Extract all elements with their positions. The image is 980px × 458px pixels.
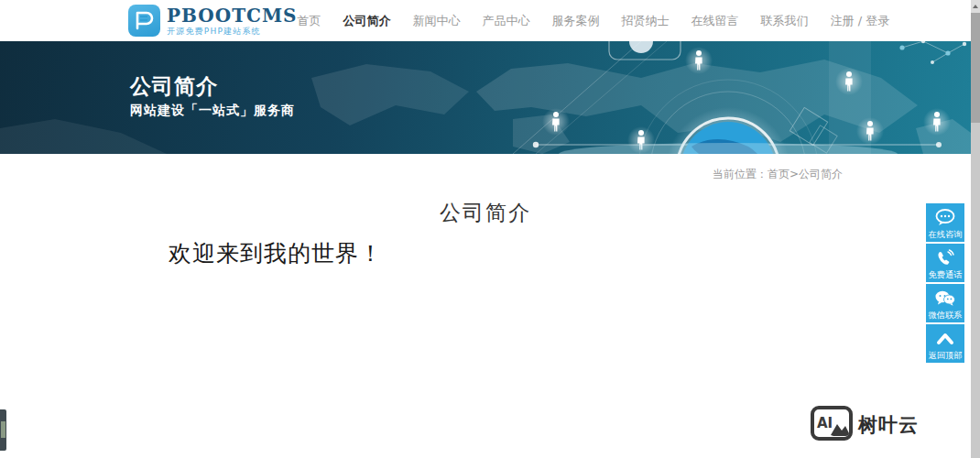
about-content-text: 欢迎来到我的世界！ (128, 238, 843, 268)
page: PBOOTCMS 开源免费PHP建站系统 首页 公司简介 新闻中心 产品中心 服… (0, 0, 980, 458)
page-banner: 公司简介 网站建设「一站式」服务商 (0, 41, 971, 154)
back-to-top-label: 返回顶部 (929, 350, 963, 360)
free-call-button[interactable]: 免费通话 (926, 244, 964, 282)
breadcrumb-home-link[interactable]: 首页 (768, 168, 789, 180)
ai-image-icon: AI (811, 406, 853, 444)
main-nav: 首页 公司简介 新闻中心 产品中心 服务案例 招贤纳士 在线留言 联系我们 注册… (298, 13, 890, 29)
nav-item-home[interactable]: 首页 (298, 13, 321, 29)
logo-tagline: 开源免费PHP建站系统 (167, 27, 298, 36)
banner-subtitle: 网站建设「一站式」服务商 (130, 103, 295, 119)
breadcrumb: 当前位置：首页>公司简介 (128, 154, 843, 182)
nav-item-about[interactable]: 公司简介 (343, 13, 391, 29)
watermark: AI 树叶云 (811, 406, 919, 444)
watermark-label: 树叶云 (858, 412, 919, 438)
side-panel-handle[interactable] (0, 409, 6, 451)
browser-viewport: PBOOTCMS 开源免费PHP建站系统 首页 公司简介 新闻中心 产品中心 服… (0, 0, 971, 458)
wechat-contact-label: 微信联系 (929, 310, 963, 320)
scrollbar-up-button[interactable] (971, 0, 980, 13)
nav-item-login[interactable]: 注册 / 登录 (831, 13, 890, 29)
svg-text:AI: AI (817, 415, 833, 431)
site-header: PBOOTCMS 开源免费PHP建站系统 首页 公司简介 新闻中心 产品中心 服… (0, 0, 971, 41)
nav-item-news[interactable]: 新闻中心 (413, 13, 461, 29)
nav-item-products[interactable]: 产品中心 (483, 13, 530, 29)
online-consult-label: 在线咨询 (929, 229, 963, 239)
scroll-up-icon (973, 5, 978, 8)
breadcrumb-separator: > (789, 168, 799, 180)
scrollbar-thumb[interactable] (971, 13, 980, 123)
vertical-scrollbar[interactable] (971, 0, 980, 458)
site-logo[interactable]: PBOOTCMS 开源免费PHP建站系统 (128, 5, 298, 37)
floating-toolbar: 在线咨询 免费通话 (926, 203, 964, 363)
nav-item-contact[interactable]: 联系我们 (761, 13, 809, 29)
logo-name: PBOOTCMS (167, 6, 298, 25)
side-panel-handle-grip (1, 421, 5, 438)
back-to-top-button[interactable]: 返回顶部 (926, 324, 964, 363)
banner-title: 公司简介 (130, 72, 218, 101)
nav-item-jobs[interactable]: 招贤纳士 (622, 13, 670, 29)
chat-icon (934, 207, 956, 229)
page-title: 公司简介 (0, 199, 971, 227)
wechat-icon (934, 288, 956, 310)
arrow-up-icon (935, 328, 955, 350)
phone-icon (935, 247, 955, 269)
about-content: 欢迎来到我的世界！ (128, 238, 843, 268)
nav-item-message[interactable]: 在线留言 (691, 13, 739, 29)
wechat-contact-button[interactable]: 微信联系 (926, 284, 964, 322)
nav-item-cases[interactable]: 服务案例 (552, 13, 600, 29)
breadcrumb-current-link[interactable]: 公司简介 (799, 168, 843, 180)
online-consult-button[interactable]: 在线咨询 (926, 203, 964, 242)
free-call-label: 免费通话 (929, 269, 963, 279)
pbootcms-logo-icon (128, 5, 160, 37)
breadcrumb-prefix: 当前位置： (713, 168, 768, 180)
